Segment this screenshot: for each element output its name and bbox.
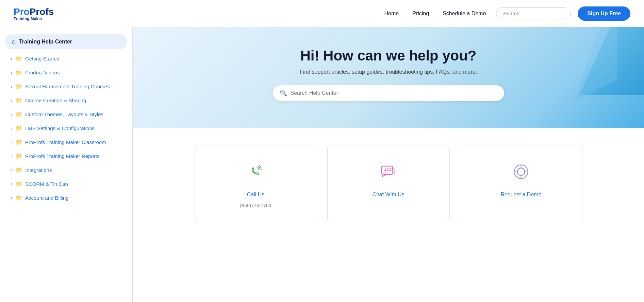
home-icon: ⌂ (12, 38, 16, 45)
logo-profs: Profs (30, 6, 54, 17)
logo[interactable]: ProProfs Training Maker (14, 6, 54, 21)
folder-icon: 📁 (16, 181, 22, 187)
nav: Home Pricing Schedule a Demo (384, 11, 486, 17)
nav-pricing[interactable]: Pricing (412, 11, 429, 17)
sidebar-item-getting-started[interactable]: › 📁 Getting Started (3, 52, 129, 65)
hero-subheading: Find support articles, setup guides, tro… (146, 69, 630, 75)
chevron-right-icon: › (11, 140, 12, 145)
call-us-card[interactable]: Call Us (855)776-7763 (195, 145, 317, 222)
svg-point-7 (517, 168, 525, 176)
cards-section: Call Us (855)776-7763 (133, 128, 644, 239)
chevron-right-icon: › (11, 112, 12, 117)
sidebar-item-lms-settings[interactable]: › 📁 LMS Settings & Configurations (3, 122, 129, 135)
chat-icon (379, 162, 398, 185)
folder-icon: 📁 (16, 167, 22, 173)
folder-icon: 📁 (16, 139, 22, 145)
logo-pro: Pro (14, 6, 30, 17)
sidebar-item-label: ProProfs Training Maker Classroom (25, 139, 106, 145)
chevron-right-icon: › (11, 70, 12, 75)
header-search-input[interactable] (496, 7, 571, 19)
sidebar-item-label: Account and Billing (25, 195, 69, 201)
sidebar-item-account-billing[interactable]: › 📁 Account and Billing (3, 191, 129, 205)
nav-schedule-demo[interactable]: Schedule a Demo (443, 11, 486, 17)
folder-icon: 📁 (16, 195, 22, 201)
hero-search-bar[interactable]: 🔍 (273, 85, 504, 101)
chevron-right-icon: › (11, 182, 12, 186)
folder-icon: 📁 (16, 111, 22, 118)
demo-icon (512, 162, 530, 185)
sidebar-item-label: Integrations (25, 167, 52, 173)
sidebar-item-label: Product Videos (25, 70, 60, 75)
content-area: Hi! How can we help you? Find support ar… (133, 27, 644, 302)
call-us-title: Call Us (247, 192, 265, 198)
chevron-right-icon: › (11, 126, 12, 131)
svg-point-3 (387, 170, 389, 171)
chevron-right-icon: › (11, 56, 12, 61)
chat-with-us-card[interactable]: Chat With Us (327, 145, 450, 222)
sidebar-item-label: Getting Started (25, 56, 60, 61)
demo-title: Request a Demo (500, 192, 541, 198)
folder-icon: 📁 (16, 69, 22, 76)
chat-title: Chat With Us (372, 192, 404, 198)
svg-point-4 (390, 170, 391, 171)
chevron-right-icon: › (11, 168, 12, 173)
chevron-right-icon: › (11, 84, 12, 89)
chevron-right-icon: › (11, 98, 12, 103)
header: ProProfs Training Maker Home Pricing Sch… (0, 0, 644, 27)
sidebar-item-reports[interactable]: › 📁 ProProfs Training Maker Reports (3, 149, 129, 163)
chevron-right-icon: › (11, 196, 12, 200)
signup-button[interactable]: Sign Up Free (578, 6, 630, 21)
sidebar-item-label: ProProfs Training Maker Reports (25, 153, 99, 159)
folder-icon: 📁 (16, 97, 22, 104)
sidebar-home-label: Training Help Center (19, 39, 72, 45)
request-demo-card[interactable]: Request a Demo (460, 145, 582, 222)
hero-search-input[interactable] (291, 90, 497, 96)
sidebar-item-label: Sexual Harassment Training Courses (25, 84, 110, 89)
folder-icon: 📁 (16, 125, 22, 131)
phone-icon (246, 162, 265, 185)
sidebar-item-course-creation[interactable]: › 📁 Course Creation & Sharing (3, 94, 129, 107)
folder-icon: 📁 (16, 83, 22, 90)
hero-section: Hi! How can we help you? Find support ar… (133, 27, 644, 128)
sidebar-item-product-videos[interactable]: › 📁 Product Videos (3, 66, 129, 79)
sidebar-item-label: LMS Settings & Configurations (25, 125, 95, 131)
folder-icon: 📁 (16, 55, 22, 62)
sidebar-item-integrations[interactable]: › 📁 Integrations (3, 163, 129, 177)
sidebar-home-item[interactable]: ⌂ Training Help Center (5, 34, 127, 49)
sidebar-item-custom-themes[interactable]: › 📁 Custom Themes, Layouts & Styles (3, 108, 129, 121)
sidebar-item-scorm[interactable]: › 📁 SCORM & Tin Can (3, 177, 129, 191)
call-us-phone: (855)776-7763 (240, 203, 271, 208)
svg-point-0 (247, 163, 264, 180)
sidebar-item-label: Custom Themes, Layouts & Styles (25, 111, 103, 117)
sidebar: ⌂ Training Help Center › 📁 Getting Start… (0, 27, 133, 302)
sidebar-item-classroom[interactable]: › 📁 ProProfs Training Maker Classroom (3, 136, 129, 149)
sidebar-item-sexual-harassment[interactable]: › 📁 Sexual Harassment Training Courses (3, 80, 129, 93)
chevron-right-icon: › (11, 154, 12, 159)
sidebar-item-label: SCORM & Tin Can (25, 181, 68, 187)
main-layout: ⌂ Training Help Center › 📁 Getting Start… (0, 27, 644, 302)
folder-icon: 📁 (16, 153, 22, 159)
sidebar-item-label: Course Creation & Sharing (25, 97, 86, 103)
search-icon: 🔍 (280, 89, 287, 97)
logo-subtitle: Training Maker (14, 17, 54, 21)
nav-home[interactable]: Home (384, 11, 399, 17)
hero-heading: Hi! How can we help you? (146, 48, 630, 64)
